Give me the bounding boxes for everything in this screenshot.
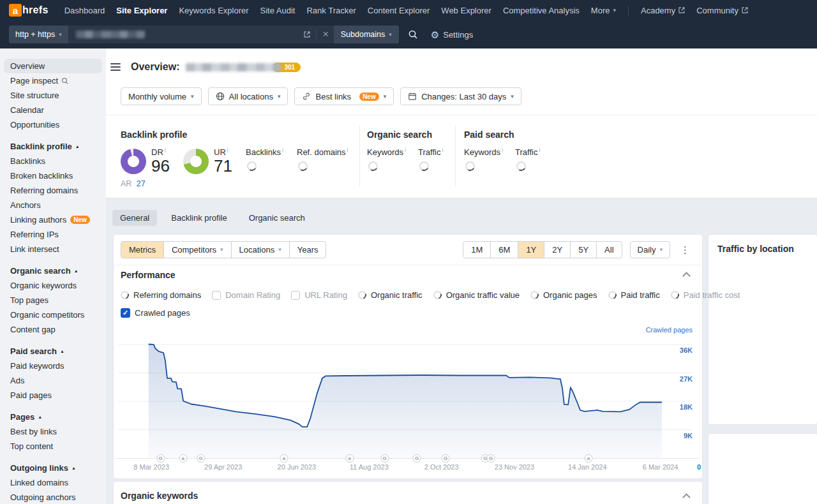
info-icon[interactable]: i [227,147,229,153]
ar-value-link[interactable]: 27 [137,179,146,188]
tab-organic-search[interactable]: Organic search [241,210,313,226]
sidebar-item-linked-domains[interactable]: Linked domains [4,475,102,490]
range-5y-button[interactable]: 5Y [570,241,597,258]
google-update-marker[interactable]: G [197,454,205,463]
info-icon[interactable]: i [165,147,166,153]
hamburger-menu-icon[interactable] [110,61,121,73]
nav-item-site-explorer[interactable]: Site Explorer [110,2,173,19]
sidebar-item-overview[interactable]: Overview [4,59,102,73]
protocol-dropdown[interactable]: http + https ▾ [9,26,68,43]
sidebar-section-backlink-profile[interactable]: Backlink profile▲ [4,139,102,154]
ahrefs-event-marker[interactable]: a [280,454,289,463]
info-icon[interactable]: i [282,147,283,153]
sidebar-item-best-by-links[interactable]: Best by links [4,424,102,439]
sidebar-item-label: Calendar [10,105,44,115]
sidebar-item-paid-keywords[interactable]: Paid keywords [4,359,102,373]
ahrefs-logo[interactable]: a hrefs [9,4,49,17]
sidebar-item-ads[interactable]: Ads [4,373,102,388]
chart-legend[interactable]: Crawled pages [646,326,693,334]
metric-paid-traffic-cost[interactable]: Paid traffic cost [671,290,740,300]
range-2y-button[interactable]: 2Y [544,241,571,258]
sidebar-item-broken-backlinks[interactable]: Broken backlinks [4,168,102,183]
nav-item-web-explorer[interactable]: Web Explorer [435,2,497,19]
locations-filter-dropdown[interactable]: All locations ▾ [208,87,289,105]
nav-item-site-audit[interactable]: Site Audit [255,2,301,19]
chart-plot-area[interactable] [118,341,693,458]
nav-item-academy[interactable]: Academy [635,2,691,19]
metric-crawled-pages[interactable]: ✓ Crawled pages [121,308,190,318]
info-icon[interactable]: i [539,147,540,153]
granularity-dropdown[interactable]: Daily ▾ [630,241,670,258]
google-update-marker[interactable]: G [413,454,421,463]
years-button[interactable]: Years [289,241,327,258]
changes-period-dropdown[interactable]: Changes: Last 30 days ▾ [400,87,521,105]
clear-input-icon[interactable]: × [322,29,328,40]
sidebar-item-paid-pages[interactable]: Paid pages [4,388,102,403]
sidebar-section-paid-search[interactable]: Paid search▲ [4,344,102,359]
metric-referring-domains[interactable]: Referring domains [121,290,201,300]
nav-item-community[interactable]: Community [691,2,754,19]
more-options-icon[interactable]: ⋮ [678,244,693,256]
nav-item-keywords-explorer[interactable]: Keywords Explorer [173,2,254,19]
sidebar-item-organic-competitors[interactable]: Organic competitors [4,308,102,322]
info-icon[interactable]: i [502,147,503,153]
sidebar-item-outgoing-anchors[interactable]: Outgoing anchors [4,490,102,504]
google-update-marker[interactable]: G [442,454,450,463]
nav-item-content-explorer[interactable]: Content Explorer [362,2,436,19]
google-update-marker[interactable]: G [487,454,495,463]
crawled-pages-chart[interactable] [118,341,693,458]
metric-domain-rating[interactable]: Domain Rating [212,290,280,300]
metric-organic-pages[interactable]: Organic pages [530,290,597,300]
nav-item-competitive-analysis[interactable]: Competitive Analysis [497,2,585,19]
metric-organic-traffic-value[interactable]: Organic traffic value [433,290,520,300]
tab-backlink-profile[interactable]: Backlink profile [163,210,234,226]
nav-item-dashboard[interactable]: Dashboard [59,2,111,19]
sidebar-item-content-gap[interactable]: Content gap [4,322,102,337]
info-icon[interactable]: i [442,147,443,153]
volume-mode-dropdown[interactable]: Monthly volume ▾ [121,87,202,105]
range-all-button[interactable]: All [596,241,622,258]
sidebar-item-top-pages[interactable]: Top pages [4,293,102,308]
sidebar-item-top-content[interactable]: Top content [4,439,102,454]
ahrefs-event-marker[interactable]: a [345,454,354,463]
sidebar-item-site-structure[interactable]: Site structure [4,88,102,103]
open-target-icon[interactable] [304,31,310,38]
competitors-dropdown[interactable]: Competitors▾ [163,241,232,258]
settings-button[interactable]: ⚙ Settings [431,30,473,40]
sidebar-item-opportunities[interactable]: Opportunities [4,117,102,132]
sidebar-item-page-inspect[interactable]: Page inspect [4,73,102,88]
sidebar-section-outgoing-links[interactable]: Outgoing links▲ [4,461,102,475]
sidebar-item-anchors[interactable]: Anchors [4,198,102,212]
ahrefs-event-marker[interactable]: a [585,454,593,463]
google-update-marker[interactable]: G [156,454,165,463]
sidebar-item-linking-authors[interactable]: Linking authors New [4,212,102,227]
nav-item-rank-tracker[interactable]: Rank Tracker [301,2,361,19]
info-icon[interactable]: i [405,147,406,153]
sidebar-item-backlinks[interactable]: Backlinks [4,154,102,168]
sidebar-section-organic-search[interactable]: Organic search▲ [4,263,102,278]
best-links-dropdown[interactable]: Best links New ▾ [294,87,394,105]
scope-dropdown[interactable]: Subdomains ▾ [334,26,399,43]
metric-paid-traffic[interactable]: Paid traffic [608,290,660,300]
sidebar-item-link-intersect[interactable]: Link intersect [4,242,102,256]
nav-item-more[interactable]: More ▾ [585,2,622,19]
sidebar-item-referring-ips[interactable]: Referring IPs [4,227,102,242]
metrics-button[interactable]: Metrics [121,241,164,258]
sidebar-section-pages[interactable]: Pages▲ [4,410,102,424]
sidebar-item-referring-domains[interactable]: Referring domains [4,183,102,198]
range-1m-button[interactable]: 1M [463,241,491,258]
range-6m-button[interactable]: 6M [490,241,518,258]
sidebar-item-calendar[interactable]: Calendar [4,103,102,117]
ahrefs-event-marker[interactable]: a [179,454,187,463]
metric-organic-traffic[interactable]: Organic traffic [358,290,423,300]
locations-dropdown[interactable]: Locations▾ [231,241,290,258]
sidebar-item-organic-keywords[interactable]: Organic keywords [4,278,102,293]
collapse-chevron-icon[interactable] [682,272,691,280]
metric-url-rating[interactable]: URL Rating [291,290,347,300]
range-1y-button[interactable]: 1Y [518,241,544,258]
target-input[interactable]: × [68,26,334,43]
google-update-marker[interactable]: G [380,454,389,463]
tab-general[interactable]: General [112,210,157,226]
search-submit-button[interactable] [408,29,418,40]
info-icon[interactable]: i [347,147,349,153]
